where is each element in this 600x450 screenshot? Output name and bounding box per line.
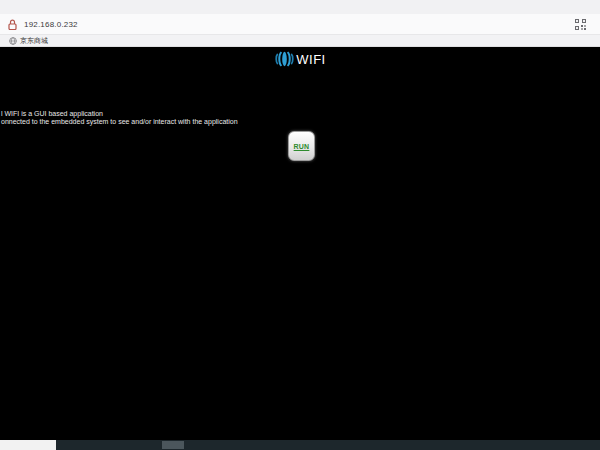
browser-titlebar: [0, 0, 600, 14]
bookmark-label: 京东商城: [20, 36, 48, 46]
horizontal-scrollbar[interactable]: [0, 440, 600, 450]
bookmarks-bar: 京东商城: [0, 35, 600, 47]
app-description-line1: l WIFI is a GUI based application: [1, 110, 238, 118]
run-button-label: RUN: [294, 143, 310, 150]
insecure-lock-icon: [8, 19, 17, 30]
wifi-signal-icon: [274, 50, 295, 68]
bookmark-item[interactable]: 京东商城: [9, 36, 48, 46]
globe-icon: [9, 37, 17, 45]
page-header: WIFI: [0, 50, 600, 68]
url-text[interactable]: 192.168.0.232: [24, 20, 78, 29]
scrollbar-thumb-secondary[interactable]: [162, 441, 184, 449]
qr-code-icon[interactable]: [575, 19, 586, 30]
run-button[interactable]: RUN: [288, 131, 315, 161]
app-description-line2: onnected to the embedded system to see a…: [1, 118, 238, 126]
address-bar: 192.168.0.232: [0, 14, 600, 35]
page-title: WIFI: [296, 52, 325, 67]
app-description: l WIFI is a GUI based application onnect…: [1, 110, 238, 126]
page-content: WIFI l WIFI is a GUI based application o…: [0, 47, 600, 440]
scrollbar-thumb[interactable]: [0, 440, 56, 450]
